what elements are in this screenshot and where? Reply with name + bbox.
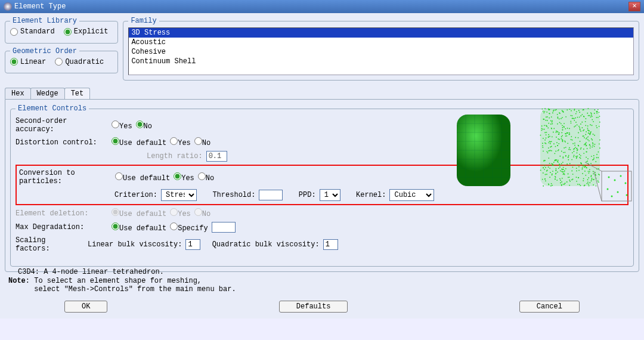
svg-point-80 — [572, 179, 574, 180]
library-standard-radio[interactable]: Standard — [10, 27, 55, 36]
order-quadratic-radio[interactable]: Quadratic — [55, 58, 104, 66]
svg-point-470 — [576, 157, 577, 159]
svg-point-282 — [557, 123, 558, 125]
svg-point-79 — [591, 156, 592, 157]
svg-point-306 — [541, 125, 543, 126]
svg-point-175 — [569, 132, 570, 134]
svg-point-483 — [562, 139, 563, 140]
svg-point-125 — [546, 116, 547, 118]
svg-point-40 — [587, 108, 589, 109]
svg-point-392 — [569, 180, 570, 181]
svg-point-432 — [555, 160, 556, 161]
particle-preview-icon — [537, 106, 633, 207]
svg-point-121 — [584, 166, 585, 168]
svg-point-309 — [568, 149, 569, 150]
svg-point-508 — [551, 146, 552, 147]
svg-point-279 — [587, 129, 589, 131]
svg-point-316 — [585, 175, 586, 176]
svg-point-192 — [575, 118, 576, 119]
conversion-yes[interactable]: Yes — [174, 172, 194, 183]
svg-point-150 — [576, 168, 577, 169]
conversion-default[interactable]: Use default — [115, 172, 170, 183]
distortion-no[interactable]: No — [194, 137, 210, 147]
svg-point-363 — [562, 117, 563, 118]
svg-point-48 — [553, 132, 554, 133]
svg-point-371 — [546, 174, 547, 175]
svg-point-280 — [543, 186, 544, 187]
svg-point-439 — [551, 150, 552, 152]
svg-point-270 — [561, 163, 562, 165]
second-order-no[interactable]: No — [136, 120, 152, 131]
second-order-yes[interactable]: Yes — [112, 120, 132, 131]
svg-point-18 — [555, 168, 556, 169]
close-icon[interactable]: ✕ — [628, 2, 640, 11]
svg-point-394 — [557, 114, 558, 115]
svg-point-100 — [585, 118, 586, 119]
distortion-default[interactable]: Use default — [112, 137, 166, 147]
svg-point-222 — [552, 174, 553, 175]
tab-wedge[interactable]: Wedge — [30, 88, 65, 99]
ok-button[interactable]: OK — [64, 301, 107, 313]
distortion-yes[interactable]: Yes — [170, 137, 191, 147]
conversion-no[interactable]: No — [198, 172, 214, 183]
svg-point-157 — [565, 116, 566, 118]
svg-point-182 — [593, 179, 595, 180]
svg-point-487 — [595, 172, 596, 173]
svg-point-50 — [597, 157, 599, 158]
svg-point-333 — [552, 171, 553, 172]
svg-point-172 — [563, 184, 564, 185]
svg-point-165 — [572, 140, 573, 141]
svg-point-475 — [574, 148, 575, 149]
svg-point-344 — [569, 134, 570, 135]
order-linear-radio[interactable]: Linear — [10, 58, 46, 66]
svg-point-64 — [593, 143, 594, 144]
svg-point-517 — [608, 177, 610, 178]
family-item-cohesive[interactable]: Cohesive — [129, 47, 633, 57]
svg-point-380 — [568, 174, 569, 175]
threshold-input[interactable] — [259, 190, 283, 200]
svg-point-49 — [590, 112, 592, 113]
svg-point-391 — [565, 168, 566, 169]
threshold-label: Threshold: — [212, 191, 255, 199]
cancel-button[interactable]: Cancel — [519, 301, 580, 313]
svg-point-151 — [587, 128, 589, 129]
tab-tet[interactable]: Tet — [64, 88, 91, 99]
svg-point-443 — [544, 108, 546, 109]
svg-point-411 — [556, 159, 558, 160]
svg-point-178 — [593, 134, 594, 135]
family-item-continuum[interactable]: Continuum Shell — [129, 57, 633, 66]
svg-point-15 — [575, 125, 576, 126]
linear-visc-input[interactable] — [185, 239, 200, 250]
svg-point-524 — [611, 196, 613, 197]
ppd-select[interactable]: 1 — [320, 189, 340, 201]
quad-visc-input[interactable] — [323, 239, 338, 250]
maxdeg-specify[interactable]: Specify — [170, 222, 208, 233]
distortion-label: Distortion control: — [16, 138, 108, 147]
svg-point-193 — [580, 149, 581, 150]
tab-hex[interactable]: Hex — [5, 88, 31, 99]
svg-point-161 — [553, 110, 555, 111]
svg-point-167 — [571, 110, 572, 112]
svg-point-295 — [572, 166, 573, 168]
svg-point-304 — [587, 139, 589, 140]
svg-point-17 — [564, 152, 565, 153]
svg-rect-514 — [602, 171, 631, 201]
svg-point-374 — [549, 163, 550, 164]
maxdeg-default[interactable]: Use default — [112, 222, 166, 233]
family-list[interactable]: 3D Stress Acoustic Cohesive Continuum Sh… — [128, 27, 634, 75]
svg-point-115 — [599, 116, 600, 117]
svg-point-428 — [552, 120, 553, 122]
kernel-select[interactable]: Cubic — [389, 189, 434, 201]
svg-point-60 — [541, 129, 543, 131]
library-explicit-radio[interactable]: Explicit — [64, 27, 109, 36]
svg-point-360 — [589, 172, 590, 174]
svg-point-154 — [565, 128, 566, 129]
criterion-select[interactable]: Stress — [161, 189, 197, 201]
svg-point-183 — [552, 122, 553, 123]
svg-point-75 — [581, 127, 583, 128]
family-item-acoustic[interactable]: Acoustic — [129, 38, 633, 47]
svg-point-110 — [565, 141, 566, 143]
svg-point-438 — [549, 141, 550, 142]
defaults-button[interactable]: Defaults — [279, 301, 348, 313]
family-item-3dstress[interactable]: 3D Stress — [129, 28, 633, 38]
